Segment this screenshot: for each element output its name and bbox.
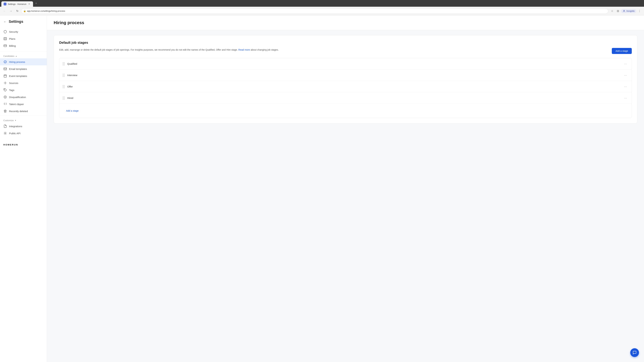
sidebar-item-label: Billing: [9, 44, 16, 47]
sidebar-section-candidates[interactable]: Candidates ▲: [0, 52, 47, 58]
bookmark-button[interactable]: ☆: [610, 8, 615, 13]
tab-close-button[interactable]: ✕: [28, 2, 31, 5]
svg-rect-7: [4, 68, 7, 70]
sidebar-back-button[interactable]: ←: [3, 20, 7, 24]
sidebar-item-label: Integrations: [9, 125, 22, 128]
card-description: Edit, add, rearrange or delete the defau…: [59, 48, 632, 54]
stage-name: Interview: [67, 74, 623, 77]
sidebar-item-label: Public API: [9, 132, 20, 135]
new-tab-button[interactable]: +: [34, 1, 38, 6]
drag-handle[interactable]: [63, 96, 64, 99]
sidebar-item-sources[interactable]: Sources: [0, 79, 47, 86]
sidebar: ← Settings Security Plans Billin: [0, 15, 47, 362]
sidebar-title: Settings: [9, 19, 23, 24]
sidebar-toggle-button[interactable]: ⊟: [615, 8, 620, 13]
add-stage-button-top[interactable]: Add a stage: [612, 48, 632, 54]
svg-rect-1: [4, 37, 7, 40]
sources-icon: [3, 81, 7, 85]
sidebar-item-security[interactable]: Security: [0, 28, 47, 35]
sidebar-item-integrations[interactable]: Integrations: [0, 123, 47, 130]
description-text: Edit, add, rearrange or delete the defau…: [59, 48, 608, 52]
card-title: Default job stages: [59, 41, 632, 44]
forward-button[interactable]: →: [8, 8, 14, 13]
menu-button[interactable]: ⋮: [637, 8, 642, 13]
tab-favicon: H: [4, 3, 6, 5]
content-body: Default job stages Edit, add, rearrange …: [47, 30, 644, 129]
back-button[interactable]: ←: [2, 8, 7, 13]
svg-point-17: [4, 89, 5, 90]
sidebar-item-public-api[interactable]: Public API: [0, 130, 47, 137]
stage-name: Qualified: [67, 62, 623, 65]
table-row: Qualified ···: [59, 58, 632, 69]
candidates-label: Candidates: [3, 55, 14, 57]
customize-label: Customize: [3, 119, 14, 122]
app-layout: ← Settings Security Plans Billin: [0, 15, 644, 362]
svg-rect-4: [4, 45, 7, 47]
table-row: Offer ···: [59, 81, 632, 92]
sidebar-item-email-templates[interactable]: Email templates: [0, 65, 47, 72]
sidebar-item-label: Tags: [9, 89, 14, 91]
homerun-logo: HOMERUN: [3, 143, 44, 146]
chevron-down-icon: ▼: [14, 119, 16, 121]
chat-button[interactable]: [630, 348, 639, 357]
svg-point-21: [5, 133, 6, 134]
svg-rect-8: [4, 75, 6, 77]
drag-handle[interactable]: [63, 85, 64, 88]
add-stage-inline-link[interactable]: Add a stage: [63, 107, 82, 115]
sidebar-item-label: Sources: [9, 82, 18, 84]
disqualification-icon: [3, 95, 7, 99]
sidebar-logo-area: HOMERUN: [0, 140, 47, 147]
sidebar-divider-1: [0, 51, 47, 51]
table-row: Hired ···: [59, 92, 632, 104]
reload-button[interactable]: ↻: [15, 8, 20, 13]
tags-icon: [3, 88, 7, 92]
sidebar-item-hiring-process[interactable]: Hiring process: [0, 58, 47, 65]
active-tab[interactable]: H Settings · Homerun ✕: [1, 1, 33, 7]
svg-point-6: [4, 61, 6, 63]
page-title: Hiring process: [54, 20, 637, 25]
drag-handle[interactable]: [63, 74, 64, 77]
stages-list: Qualified ··· Interview ···: [59, 58, 632, 118]
sidebar-item-label: Email templates: [9, 67, 27, 70]
stage-menu-button[interactable]: ···: [623, 61, 628, 66]
drag-handle[interactable]: [63, 62, 64, 65]
sidebar-item-label: Security: [9, 30, 18, 33]
sidebar-item-plans[interactable]: Plans: [0, 35, 47, 42]
nav-bar: ← → ↻ 🔒 app.homerun.co/settings/hiring-p…: [0, 7, 644, 15]
add-stage-inline-row: Add a stage: [59, 104, 632, 118]
incognito-label: Incognito: [626, 10, 634, 12]
sidebar-item-recently-deleted[interactable]: Recently deleted: [0, 108, 47, 115]
sidebar-item-event-templates[interactable]: Event templates: [0, 72, 47, 79]
email-icon: [3, 67, 7, 71]
stage-name: Hired: [67, 96, 623, 99]
svg-point-0: [624, 10, 624, 11]
sidebar-item-billing[interactable]: Billing: [0, 42, 47, 49]
read-more-suffix: about changing job stages.: [250, 48, 279, 51]
sidebar-divider-2: [0, 116, 47, 116]
stage-menu-button[interactable]: ···: [623, 95, 628, 100]
api-icon: [3, 131, 7, 135]
integrations-icon: [3, 124, 7, 128]
main-content: Hiring process Default job stages Edit, …: [47, 15, 644, 362]
stage-name: Offer: [67, 85, 623, 88]
read-more-link[interactable]: Read more: [238, 48, 250, 51]
sidebar-section-top: Security Plans Billing: [0, 27, 47, 50]
stage-menu-button[interactable]: ···: [623, 84, 628, 89]
stage-menu-button[interactable]: ···: [623, 72, 628, 78]
shield-icon: [3, 30, 7, 33]
address-bar[interactable]: 🔒 app.homerun.co/settings/hiring-process: [21, 8, 608, 14]
sidebar-item-label: Talent clipper: [9, 103, 24, 106]
sidebar-header: ← Settings: [0, 15, 47, 27]
chevron-up-icon: ▲: [16, 55, 17, 57]
trash-icon: [3, 109, 7, 113]
url-text: app.homerun.co/settings/hiring-process: [27, 10, 65, 12]
incognito-badge: Incognito: [621, 9, 636, 13]
sidebar-section-customize[interactable]: Customize ▼: [0, 117, 47, 123]
default-job-stages-card: Default job stages Edit, add, rearrange …: [54, 35, 637, 123]
sidebar-item-talent-clipper[interactable]: Talent clipper: [0, 100, 47, 108]
browser-tab-bar: H Settings · Homerun ✕ +: [0, 0, 644, 7]
sidebar-item-tags[interactable]: Tags: [0, 86, 47, 93]
table-row: Interview ···: [59, 69, 632, 81]
sidebar-item-disqualification[interactable]: Disqualification: [0, 93, 47, 100]
sidebar-item-label: Recently deleted: [9, 110, 28, 113]
